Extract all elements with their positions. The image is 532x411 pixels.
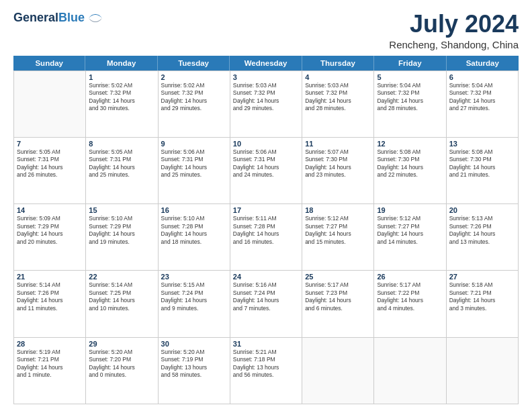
day-info: Sunrise: 5:20 AM Sunset: 7:20 PM Dayligh…: [89, 349, 154, 379]
calendar-cell: 23Sunrise: 5:15 AM Sunset: 7:24 PM Dayli…: [159, 271, 230, 337]
day-number: 4: [305, 73, 371, 81]
calendar-cell: 15Sunrise: 5:10 AM Sunset: 7:29 PM Dayli…: [86, 204, 158, 271]
calendar-cell: 2Sunrise: 5:02 AM Sunset: 7:32 PM Daylig…: [159, 71, 230, 138]
day-info: Sunrise: 5:02 AM Sunset: 7:32 PM Dayligh…: [161, 82, 227, 113]
day-info: Sunrise: 5:11 AM Sunset: 7:28 PM Dayligh…: [233, 215, 299, 246]
day-info: Sunrise: 5:21 AM Sunset: 7:18 PM Dayligh…: [233, 349, 299, 379]
calendar-cell: 6Sunrise: 5:04 AM Sunset: 7:32 PM Daylig…: [447, 71, 519, 138]
calendar-header: SundayMondayTuesdayWednesdayThursdayFrid…: [13, 56, 519, 71]
logo-text: General Blue: [13, 11, 105, 25]
calendar-cell: 3Sunrise: 5:03 AM Sunset: 7:32 PM Daylig…: [230, 71, 302, 138]
day-info: Sunrise: 5:10 AM Sunset: 7:29 PM Dayligh…: [89, 215, 154, 246]
day-number: 23: [161, 273, 227, 281]
day-number: 18: [305, 206, 371, 214]
day-number: 27: [449, 273, 515, 281]
calendar-cell: 4Sunrise: 5:03 AM Sunset: 7:32 PM Daylig…: [302, 71, 374, 138]
day-number: 20: [449, 206, 515, 214]
day-info: Sunrise: 5:08 AM Sunset: 7:30 PM Dayligh…: [377, 148, 443, 179]
header-day: Thursday: [302, 56, 374, 71]
day-number: 10: [233, 140, 299, 148]
day-number: 19: [377, 206, 443, 214]
calendar-cell: 9Sunrise: 5:06 AM Sunset: 7:31 PM Daylig…: [159, 138, 230, 204]
calendar-cell: 27Sunrise: 5:18 AM Sunset: 7:21 PM Dayli…: [447, 271, 519, 337]
day-info: Sunrise: 5:16 AM Sunset: 7:24 PM Dayligh…: [233, 281, 299, 312]
calendar-cell: 17Sunrise: 5:11 AM Sunset: 7:28 PM Dayli…: [230, 204, 302, 271]
subtitle: Rencheng, Shandong, China: [389, 39, 519, 50]
day-number: 6: [449, 73, 515, 81]
calendar-cell: 29Sunrise: 5:20 AM Sunset: 7:20 PM Dayli…: [86, 338, 158, 404]
day-number: 2: [161, 73, 227, 81]
calendar-cell: [447, 338, 519, 404]
logo-general: General: [13, 11, 58, 25]
header-day: Sunday: [13, 56, 85, 71]
day-info: Sunrise: 5:08 AM Sunset: 7:30 PM Dayligh…: [449, 148, 515, 179]
day-info: Sunrise: 5:06 AM Sunset: 7:31 PM Dayligh…: [161, 148, 227, 179]
title-block: July 2024 Rencheng, Shandong, China: [389, 11, 519, 50]
day-number: 7: [17, 140, 83, 148]
day-number: 16: [161, 206, 227, 214]
calendar-cell: [14, 71, 86, 138]
calendar-cell: 11Sunrise: 5:07 AM Sunset: 7:30 PM Dayli…: [302, 138, 374, 204]
day-number: 21: [17, 273, 83, 281]
day-info: Sunrise: 5:03 AM Sunset: 7:32 PM Dayligh…: [305, 82, 371, 113]
day-info: Sunrise: 5:13 AM Sunset: 7:26 PM Dayligh…: [449, 215, 515, 246]
calendar-cell: 19Sunrise: 5:12 AM Sunset: 7:27 PM Dayli…: [374, 204, 446, 271]
day-info: Sunrise: 5:19 AM Sunset: 7:21 PM Dayligh…: [17, 349, 83, 379]
day-number: 28: [17, 340, 83, 348]
calendar-cell: [302, 338, 374, 404]
calendar-body: 1Sunrise: 5:02 AM Sunset: 7:32 PM Daylig…: [13, 71, 519, 404]
calendar-cell: 13Sunrise: 5:08 AM Sunset: 7:30 PM Dayli…: [447, 138, 519, 204]
calendar-cell: 25Sunrise: 5:17 AM Sunset: 7:23 PM Dayli…: [302, 271, 374, 337]
day-number: 11: [305, 140, 371, 148]
logo: General Blue: [13, 11, 105, 25]
day-number: 1: [89, 73, 154, 81]
calendar-cell: 20Sunrise: 5:13 AM Sunset: 7:26 PM Dayli…: [447, 204, 519, 271]
header-day: Saturday: [447, 56, 519, 71]
calendar-cell: 21Sunrise: 5:14 AM Sunset: 7:26 PM Dayli…: [14, 271, 86, 337]
calendar-cell: 24Sunrise: 5:16 AM Sunset: 7:24 PM Dayli…: [230, 271, 302, 337]
day-number: 24: [233, 273, 299, 281]
page: General Blue July 2024 Rencheng, Shandon…: [0, 0, 532, 411]
month-title: July 2024: [389, 11, 519, 38]
day-number: 26: [377, 273, 443, 281]
day-info: Sunrise: 5:20 AM Sunset: 7:19 PM Dayligh…: [161, 349, 227, 379]
day-number: 31: [233, 340, 299, 348]
calendar-cell: 10Sunrise: 5:06 AM Sunset: 7:31 PM Dayli…: [230, 138, 302, 204]
calendar: SundayMondayTuesdayWednesdayThursdayFrid…: [13, 56, 519, 404]
day-info: Sunrise: 5:15 AM Sunset: 7:24 PM Dayligh…: [161, 281, 227, 312]
calendar-cell: 8Sunrise: 5:05 AM Sunset: 7:31 PM Daylig…: [86, 138, 158, 204]
day-info: Sunrise: 5:02 AM Sunset: 7:32 PM Dayligh…: [89, 82, 154, 113]
calendar-cell: 12Sunrise: 5:08 AM Sunset: 7:30 PM Dayli…: [374, 138, 446, 204]
day-info: Sunrise: 5:17 AM Sunset: 7:22 PM Dayligh…: [377, 281, 443, 312]
day-info: Sunrise: 5:04 AM Sunset: 7:32 PM Dayligh…: [377, 82, 443, 113]
day-number: 22: [89, 273, 154, 281]
calendar-cell: [374, 338, 446, 404]
day-number: 30: [161, 340, 227, 348]
day-info: Sunrise: 5:10 AM Sunset: 7:28 PM Dayligh…: [161, 215, 227, 246]
calendar-cell: 1Sunrise: 5:02 AM Sunset: 7:32 PM Daylig…: [86, 71, 158, 138]
day-number: 29: [89, 340, 154, 348]
logo-icon: [86, 11, 105, 25]
header: General Blue July 2024 Rencheng, Shandon…: [13, 11, 519, 50]
day-info: Sunrise: 5:14 AM Sunset: 7:26 PM Dayligh…: [17, 281, 83, 312]
calendar-cell: 26Sunrise: 5:17 AM Sunset: 7:22 PM Dayli…: [374, 271, 446, 337]
day-info: Sunrise: 5:17 AM Sunset: 7:23 PM Dayligh…: [305, 281, 371, 312]
day-number: 12: [377, 140, 443, 148]
day-number: 17: [233, 206, 299, 214]
day-number: 5: [377, 73, 443, 81]
day-info: Sunrise: 5:14 AM Sunset: 7:25 PM Dayligh…: [89, 281, 154, 312]
calendar-cell: 22Sunrise: 5:14 AM Sunset: 7:25 PM Dayli…: [86, 271, 158, 337]
header-day: Friday: [374, 56, 446, 71]
day-info: Sunrise: 5:05 AM Sunset: 7:31 PM Dayligh…: [17, 148, 83, 179]
day-number: 8: [89, 140, 154, 148]
header-day: Monday: [85, 56, 157, 71]
day-info: Sunrise: 5:03 AM Sunset: 7:32 PM Dayligh…: [233, 82, 299, 113]
day-number: 15: [89, 206, 154, 214]
day-info: Sunrise: 5:12 AM Sunset: 7:27 PM Dayligh…: [377, 215, 443, 246]
day-number: 3: [233, 73, 299, 81]
day-info: Sunrise: 5:06 AM Sunset: 7:31 PM Dayligh…: [233, 148, 299, 179]
calendar-cell: 18Sunrise: 5:12 AM Sunset: 7:27 PM Dayli…: [302, 204, 374, 271]
logo-blue: Blue: [58, 11, 85, 25]
day-info: Sunrise: 5:18 AM Sunset: 7:21 PM Dayligh…: [449, 281, 515, 312]
day-number: 13: [449, 140, 515, 148]
